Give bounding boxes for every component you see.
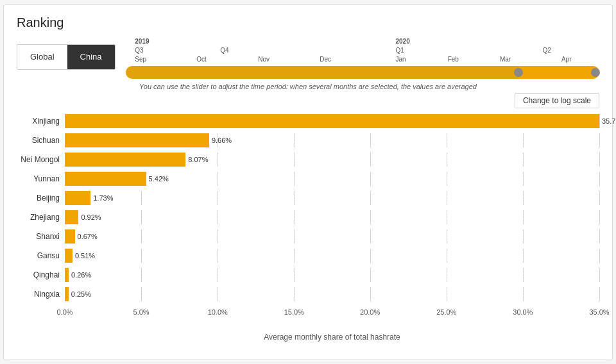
slider-track[interactable] <box>126 66 599 79</box>
grid-line <box>523 249 524 263</box>
grid-line <box>370 287 371 301</box>
page-title: Ranking <box>17 15 599 30</box>
bar <box>65 210 78 224</box>
grid-line <box>599 249 600 263</box>
grid-line <box>218 287 218 301</box>
x-tick: 25.0% <box>436 308 456 316</box>
quarter-label: Q2 <box>542 47 551 54</box>
quarter-labels-row: Q3Q4Q1Q2 <box>126 47 599 56</box>
global-toggle[interactable]: Global <box>17 45 67 69</box>
grid-line <box>599 172 600 186</box>
bar-label: Zhejiang <box>17 213 65 222</box>
grid-line <box>523 229 524 244</box>
grid-line <box>294 210 295 224</box>
bar <box>65 229 75 244</box>
grid-line <box>599 210 600 224</box>
grid-line <box>294 153 295 167</box>
grid-line <box>218 229 218 244</box>
x-tick: 10.0% <box>208 308 228 316</box>
quarter-label: Q1 <box>395 47 404 54</box>
bar-row: Zhejiang0.92% <box>17 208 599 226</box>
bar-row: Gansu0.51% <box>17 247 599 265</box>
bar <box>65 191 90 205</box>
grid-line <box>370 229 371 244</box>
bar-container: 0.67% <box>65 229 599 244</box>
grid-line <box>370 133 371 147</box>
grid-line <box>141 229 142 244</box>
slider-handle-left[interactable] <box>514 68 523 77</box>
bar <box>65 268 69 282</box>
year-labels: 20192020 <box>126 38 599 47</box>
year-label: 2019 <box>135 38 149 45</box>
slider-selected <box>518 66 599 79</box>
timeline-section: 20192020 Q3Q4Q1Q2 SepOctNovDecJanFebMarA… <box>126 38 599 79</box>
bar-label: Ningxia <box>17 290 65 299</box>
bar-row: Xinjiang35.76% <box>17 112 599 130</box>
bar-value: 0.51% <box>75 252 95 260</box>
grid-line <box>523 287 524 301</box>
grid-line <box>218 172 218 186</box>
bar <box>65 249 73 263</box>
grid-line <box>599 133 600 147</box>
grid-line <box>599 229 600 244</box>
china-toggle[interactable]: China <box>67 45 115 69</box>
grid-line <box>294 191 295 205</box>
bar-value: 0.92% <box>81 213 101 221</box>
bar-row: Nei Mongol8.07% <box>17 151 599 169</box>
grid-line <box>218 249 218 263</box>
bar-row: Sichuan9.66% <box>17 131 599 149</box>
bar-value: 8.07% <box>188 156 208 163</box>
toggle-group: Global China <box>17 44 116 70</box>
bar-container: 1.73% <box>65 191 599 205</box>
grid-line <box>370 172 371 186</box>
bar-value: 0.25% <box>71 290 91 298</box>
bar-value: 35.76% <box>602 117 616 125</box>
bar-value: 9.66% <box>212 136 232 144</box>
bar <box>65 153 185 167</box>
grid-line <box>523 191 524 205</box>
top-section: Global China 20192020 Q3Q4Q1Q2 SepOctNov… <box>17 38 599 79</box>
main-card: Ranking Global China 20192020 Q3Q4Q1Q2 S… <box>3 4 613 360</box>
grid-line <box>141 191 142 205</box>
x-tick: 15.0% <box>284 308 304 316</box>
bar-label: Qinghai <box>17 270 65 279</box>
month-label: Nov <box>258 56 270 63</box>
hint-text: You can use the slider to adjust the tim… <box>17 83 599 90</box>
grid-line <box>370 191 371 205</box>
grid-line <box>294 287 295 301</box>
grid-line <box>447 133 447 147</box>
bar <box>65 133 209 147</box>
quarter-label: Q4 <box>220 47 228 54</box>
slider-handle-right[interactable] <box>591 68 600 77</box>
bar-value: 1.73% <box>93 194 113 202</box>
bar-row: Yunnan5.42% <box>17 170 599 188</box>
x-tick: 35.0% <box>589 308 609 316</box>
grid-line <box>599 153 600 167</box>
grid-line <box>370 249 371 263</box>
grid-line <box>370 210 371 224</box>
month-labels-row: SepOctNovDecJanFebMarApr <box>126 56 599 65</box>
bar-container: 5.42% <box>65 172 599 186</box>
x-tick: 0.0% <box>56 308 73 316</box>
month-label: Dec <box>320 56 331 63</box>
grid-line <box>294 268 295 282</box>
grid-line <box>523 210 524 224</box>
month-label: Mar <box>500 56 511 63</box>
bar-label: Yunnan <box>17 174 65 183</box>
log-scale-button[interactable]: Change to log scale <box>515 93 599 108</box>
grid-line <box>141 287 142 301</box>
bar-container: 0.25% <box>65 287 599 301</box>
x-axis: 0.0%5.0%10.0%15.0%20.0%25.0%30.0%35.0% <box>65 308 599 321</box>
x-tick: 20.0% <box>360 308 380 316</box>
grid-line <box>294 133 295 147</box>
bar-row: Beijing1.73% <box>17 189 599 207</box>
month-label: Feb <box>448 56 459 63</box>
month-label: Jan <box>395 56 406 63</box>
grid-line <box>523 268 524 282</box>
month-label: Apr <box>561 56 572 63</box>
grid-line <box>141 249 142 263</box>
grid-line <box>218 191 218 205</box>
bar-value: 0.67% <box>78 233 98 240</box>
grid-line <box>599 287 600 301</box>
bar-label: Shanxi <box>17 232 65 241</box>
